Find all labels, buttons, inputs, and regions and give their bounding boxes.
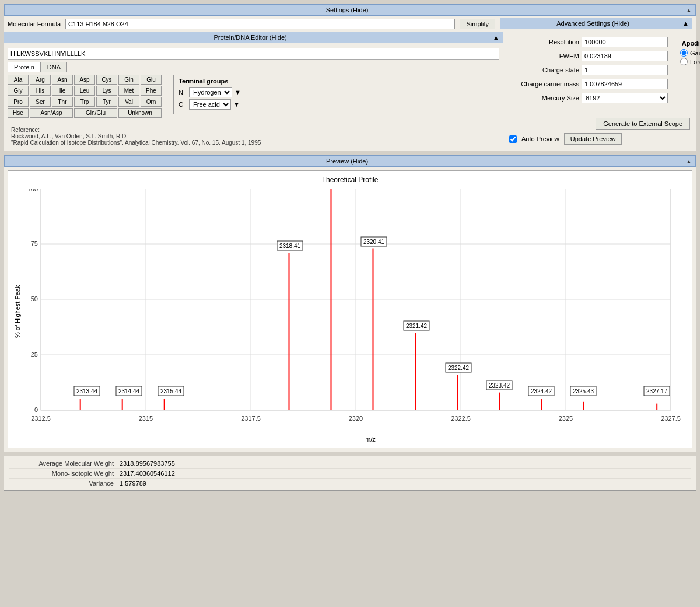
aa-arg[interactable]: Arg — [30, 75, 51, 85]
svg-text:2313.44: 2313.44 — [76, 388, 98, 395]
aa-asp[interactable]: Asp — [74, 75, 95, 85]
aa-lys[interactable]: Lys — [96, 86, 117, 96]
simplify-button[interactable]: Simplify — [460, 19, 495, 29]
charge-state-input[interactable] — [582, 65, 668, 75]
svg-text:2318.41: 2318.41 — [279, 243, 301, 249]
settings-collapse-icon[interactable]: ▲ — [686, 7, 692, 13]
svg-text:2317.5: 2317.5 — [241, 415, 261, 422]
n-terminal-select[interactable]: Hydrogen Acetyl — [189, 87, 232, 97]
chart-svg: 0 25 50 75 100 2312.5 2315 2317.5 2320 2… — [26, 189, 686, 434]
aa-gln[interactable]: Gln — [118, 75, 139, 85]
advanced-settings-header[interactable]: Advanced Settings (Hide) ▲ — [500, 18, 692, 29]
aa-phe[interactable]: Phe — [141, 86, 162, 96]
mono-mw-label: Mono-Isotopic Weight — [9, 470, 114, 477]
auto-preview-checkbox[interactable] — [509, 135, 517, 143]
settings-header[interactable]: Settings (Hide) ▲ — [4, 4, 696, 16]
x-axis-label: m/z — [55, 436, 686, 443]
protein-dna-section: Protein/DNA Editor (Hide) ▲ Protein DNA … — [4, 32, 503, 151]
charge-carrier-label: Charge carrier mass — [509, 81, 579, 88]
stats-panel: Average Molecular Weight 2318.8956798375… — [4, 456, 696, 491]
update-preview-button[interactable]: Update Preview — [564, 133, 622, 145]
advanced-settings-content: Resolution FWHM Charge state — [503, 32, 696, 151]
aa-pro[interactable]: Pro — [8, 97, 29, 107]
aa-val[interactable]: Val — [118, 97, 139, 107]
lorentzian-radio-row: Lorentzian — [680, 58, 700, 65]
charge-carrier-input[interactable] — [582, 79, 668, 89]
charge-state-row: Charge state — [509, 65, 668, 75]
tabs-row: Protein DNA — [8, 62, 499, 72]
gaussian-radio[interactable] — [680, 49, 688, 57]
mercury-size-select[interactable]: 8192 4096 16384 — [582, 93, 668, 103]
chart-plot-area: 0 25 50 75 100 2312.5 2315 2317.5 2320 2… — [26, 189, 686, 435]
svg-text:25: 25 — [31, 351, 38, 358]
svg-text:2315.44: 2315.44 — [160, 388, 182, 395]
preview-header[interactable]: Preview (Hide) ▲ — [4, 155, 696, 167]
resolution-input[interactable] — [582, 37, 668, 47]
mercury-size-row: Mercury Size 8192 4096 16384 — [509, 93, 668, 103]
aa-leu[interactable]: Leu — [74, 86, 95, 96]
aa-ala[interactable]: Ala — [8, 75, 29, 85]
aa-asn[interactable]: Asn — [52, 75, 73, 85]
svg-text:50: 50 — [31, 295, 38, 302]
aa-tyr[interactable]: Tyr — [96, 97, 117, 107]
generate-external-button[interactable]: Generate to External Scope — [596, 118, 690, 130]
svg-text:75: 75 — [31, 240, 38, 247]
terminal-groups-title: Terminal groups — [178, 78, 241, 85]
settings-title: Settings (Hide) — [326, 6, 369, 13]
aa-met[interactable]: Met — [118, 86, 139, 96]
chart-title: Theoretical Profile — [14, 176, 686, 184]
c-terminal-select[interactable]: Free acid Amide — [189, 99, 231, 110]
svg-text:2314.44: 2314.44 — [118, 388, 140, 395]
avg-mw-label: Average Molecular Weight — [9, 460, 114, 467]
n-terminal-row: N Hydrogen Acetyl ▼ — [178, 87, 241, 97]
svg-text:2324.42: 2324.42 — [531, 388, 552, 395]
tab-protein[interactable]: Protein — [8, 62, 41, 72]
mono-mw-row: Mono-Isotopic Weight 2317.40360546112 — [9, 469, 691, 479]
svg-text:0: 0 — [34, 406, 38, 413]
charge-state-label: Charge state — [509, 67, 579, 74]
lorentzian-radio[interactable] — [680, 58, 688, 65]
svg-text:2315: 2315 — [139, 415, 153, 422]
preview-collapse-icon[interactable]: ▲ — [686, 158, 692, 165]
c-terminal-label: C — [178, 101, 187, 108]
variance-value: 1.579789 — [120, 480, 146, 487]
advanced-collapse-icon[interactable]: ▲ — [682, 20, 689, 27]
tab-dna[interactable]: DNA — [41, 62, 67, 72]
mercury-size-label: Mercury Size — [509, 95, 579, 102]
aa-trp[interactable]: Trp — [74, 97, 95, 107]
aa-glu[interactable]: Glu — [141, 75, 162, 85]
aa-ser[interactable]: Ser — [30, 97, 51, 107]
mol-formula-label: Molecular Formula — [8, 20, 61, 27]
aa-his[interactable]: His — [30, 86, 51, 96]
aa-unknown[interactable]: Unknown — [118, 108, 162, 118]
gaussian-radio-row: Gaussian — [680, 49, 700, 57]
aa-gln-glu[interactable]: Gln/Glu — [74, 108, 117, 118]
avg-mw-row: Average Molecular Weight 2318.8956798375… — [9, 459, 691, 469]
protein-dna-title: Protein/DNA Editor (Hide) — [214, 34, 286, 41]
fwhm-label: FWHM — [509, 53, 579, 60]
aa-ile[interactable]: Ile — [52, 86, 73, 96]
aa-hse[interactable]: Hse — [8, 108, 29, 118]
c-terminal-dropdown-icon: ▼ — [233, 101, 240, 108]
svg-text:2322.5: 2322.5 — [451, 415, 471, 422]
preview-panel: Preview (Hide) ▲ Theoretical Profile % o… — [4, 155, 696, 452]
aa-gly[interactable]: Gly — [8, 86, 29, 96]
svg-text:2323.42: 2323.42 — [489, 382, 510, 389]
aa-cys[interactable]: Cys — [96, 75, 117, 85]
adv-fields-left: Resolution FWHM Charge state — [509, 37, 668, 107]
aa-asn-asp[interactable]: Asn/Asp — [30, 108, 73, 118]
y-axis-label: % of Highest Peak — [14, 201, 21, 423]
mol-formula-input[interactable] — [65, 19, 455, 29]
svg-text:2321.42: 2321.42 — [406, 323, 428, 329]
fwhm-input[interactable] — [582, 51, 668, 61]
mol-formula-row: Molecular Formula Simplify Advanced Sett… — [4, 16, 696, 32]
protein-dna-header[interactable]: Protein/DNA Editor (Hide) ▲ — [4, 32, 503, 43]
advanced-settings-section: Advanced Settings (Hide) ▲ — [500, 18, 692, 29]
aa-orn[interactable]: Orn — [141, 97, 162, 107]
resolution-row: Resolution — [509, 37, 668, 47]
auto-preview-label: Auto Preview — [522, 135, 559, 142]
sequence-input[interactable] — [8, 48, 499, 60]
chart-container: Theoretical Profile % of Highest Peak — [8, 170, 692, 448]
protein-dna-collapse-icon[interactable]: ▲ — [493, 34, 499, 41]
aa-thr[interactable]: Thr — [52, 97, 73, 107]
